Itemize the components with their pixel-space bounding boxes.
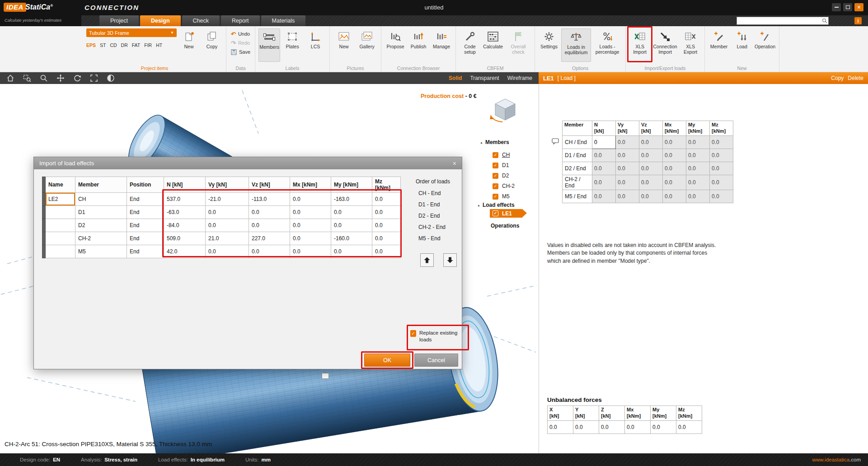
cell-position[interactable]: End [127, 219, 164, 232]
cell-value[interactable]: 0.0 [331, 206, 372, 219]
cell-member[interactable]: CH-2 [75, 232, 127, 245]
settings-button[interactable]: Settings [538, 28, 560, 62]
propose-button[interactable]: Propose [385, 28, 406, 62]
calculate-button[interactable]: Calculate [482, 28, 504, 62]
publish-button[interactable]: Publish [408, 28, 429, 62]
tree-member-d1[interactable]: ✓ D1 [493, 162, 509, 168]
cell-member[interactable]: D2 [75, 219, 127, 232]
cell-value[interactable]: 21.0 [206, 232, 249, 245]
template-dropdown[interactable]: Tubular 3D Frame ▼ [86, 28, 177, 37]
search-input[interactable] [737, 18, 821, 24]
tree-member-ch-2[interactable]: ✓ CH-2 [493, 183, 515, 189]
checkbox-checked-icon[interactable]: ✓ [493, 210, 498, 216]
cell-value[interactable]: 42.0 [164, 245, 206, 258]
checkbox-checked-icon[interactable]: ✓ [493, 152, 498, 158]
checkbox-checked-icon[interactable]: ✓ [493, 194, 498, 200]
cell-value[interactable]: 0.0 [249, 206, 290, 219]
connection-import-button[interactable]: Connection Import [652, 28, 678, 62]
checkbox-checked-icon[interactable]: ✓ [410, 330, 416, 337]
copy-project-button[interactable]: Copy [201, 28, 223, 62]
order-item[interactable]: D2 - End [418, 213, 446, 219]
cell-value[interactable]: 0.0 [331, 245, 372, 258]
tab-design[interactable]: Design [140, 15, 181, 26]
picture-new-button[interactable]: New [333, 28, 355, 62]
code-cd[interactable]: CD [110, 42, 117, 48]
mode-transparent[interactable]: Transparent [470, 75, 499, 81]
labels-lcs-button[interactable]: LCS [305, 28, 326, 62]
tree-members-header[interactable]: ▲ Members [480, 139, 509, 145]
dialog-close-icon[interactable]: × [453, 160, 456, 167]
zoom-icon[interactable] [40, 74, 48, 82]
home-view-icon[interactable] [6, 74, 14, 82]
pan-icon[interactable] [56, 74, 65, 82]
delete-load-button[interactable]: Delete [848, 75, 863, 81]
cell-value[interactable]: 0.0 [290, 219, 331, 232]
close-button[interactable]: × [854, 3, 863, 11]
cell-member[interactable]: CH-2 / End [563, 175, 592, 190]
code-fir[interactable]: FIR [144, 42, 152, 48]
manage-button[interactable]: Manage [431, 28, 452, 62]
code-st[interactable]: ST [100, 42, 106, 48]
code-fat[interactable]: FAT [132, 42, 140, 48]
appearance-icon[interactable] [107, 74, 115, 82]
cell-value[interactable]: -113.0 [249, 193, 290, 206]
tab-materials[interactable]: Materials [261, 15, 306, 26]
zoom-window-icon[interactable] [23, 74, 31, 82]
order-item[interactable]: CH-2 - End [418, 224, 446, 230]
cell-name[interactable] [46, 245, 75, 258]
cell-value[interactable]: -163.0 [331, 193, 372, 206]
cell-name[interactable] [46, 219, 75, 232]
tree-member-m5[interactable]: ✓ M5 [493, 193, 510, 200]
cell-value[interactable]: 0.0 [372, 232, 401, 245]
tree-member-d2[interactable]: ✓ D2 [493, 172, 509, 179]
cell-name[interactable]: LE2 [46, 193, 75, 206]
move-down-button[interactable] [443, 253, 457, 267]
cell-value[interactable]: 0.0 [249, 219, 290, 232]
mode-solid[interactable]: Solid [449, 75, 462, 81]
save-button[interactable]: Save [230, 48, 252, 56]
cell-value[interactable]: 0.0 [331, 219, 372, 232]
navigation-cube[interactable] [489, 95, 521, 124]
info-button[interactable]: i [854, 17, 862, 24]
loads-in-equilibrium-button[interactable]: Loads in equilibrium [561, 28, 591, 62]
xls-export-button[interactable]: XLS Export [680, 28, 701, 62]
cell-value[interactable]: 227.0 [249, 232, 290, 245]
cell-member[interactable]: D2 / End [563, 162, 592, 175]
undo-button[interactable]: ↶Undo [230, 30, 252, 38]
cell-value[interactable]: 0.0 [206, 219, 249, 232]
website-link[interactable]: www.ideastatica.com [812, 457, 861, 462]
cell-value[interactable]: 0.0 [290, 245, 331, 258]
cancel-button[interactable]: Cancel [414, 354, 458, 367]
cell-position[interactable]: End [127, 193, 164, 206]
tree-load-effect-le1[interactable]: ✓ LE1 [490, 209, 522, 218]
dialog-title-bar[interactable]: Import of load effects × [34, 157, 462, 169]
cell-value[interactable]: 0.0 [249, 245, 290, 258]
cell-n-editing[interactable] [592, 136, 616, 149]
new-project-button[interactable]: New [178, 28, 200, 62]
cell-value[interactable]: 509.0 [164, 232, 206, 245]
mode-wireframe[interactable]: Wireframe [507, 75, 532, 81]
cell-member[interactable]: M5 [75, 245, 127, 258]
cell-member[interactable]: CH / End [563, 136, 592, 149]
rotate-icon[interactable] [73, 74, 81, 82]
new-operation-button[interactable]: Operation [754, 28, 776, 62]
fit-view-icon[interactable] [90, 74, 98, 82]
new-load-button[interactable]: Load [731, 28, 753, 62]
cell-member[interactable]: D1 [75, 206, 127, 219]
cell-member[interactable]: CH [75, 193, 127, 206]
checkbox-checked-icon[interactable]: ✓ [493, 183, 498, 189]
code-dr[interactable]: DR [121, 42, 128, 48]
cell-value[interactable]: 0.0 [290, 206, 331, 219]
checkbox-checked-icon[interactable]: ✓ [493, 163, 498, 168]
cell-value[interactable]: 0.0 [206, 206, 249, 219]
maximize-button[interactable] [843, 3, 852, 11]
checkbox-checked-icon[interactable]: ✓ [493, 173, 498, 179]
cell-value[interactable]: 537.0 [164, 193, 206, 206]
tree-member-ch[interactable]: ✓ CH [493, 152, 510, 158]
tab-check[interactable]: Check [182, 15, 220, 26]
cell-value[interactable]: 0.0 [290, 232, 331, 245]
cell-position[interactable]: End [127, 206, 164, 219]
order-item[interactable]: D1 - End [418, 201, 446, 208]
tree-load-effects-header[interactable]: ▲ Load effects [477, 202, 515, 208]
cell-position[interactable]: End [127, 232, 164, 245]
